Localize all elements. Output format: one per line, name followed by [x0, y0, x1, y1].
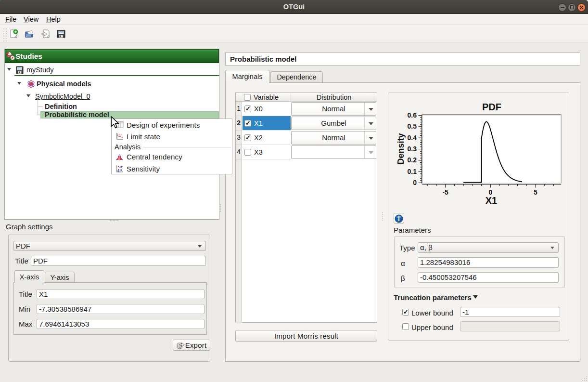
svg-text:0.4: 0.4 [408, 134, 417, 142]
svg-text:0.6: 0.6 [408, 111, 417, 119]
svg-text:0.1: 0.1 [408, 168, 417, 175]
svg-text:PDF: PDF [482, 102, 501, 112]
svg-text:0.2: 0.2 [408, 156, 417, 164]
svg-text:0.5: 0.5 [408, 122, 417, 130]
svg-text:0.3: 0.3 [408, 145, 417, 153]
svg-text:X1: X1 [486, 195, 497, 206]
svg-text:0: 0 [413, 179, 417, 186]
svg-text:5: 5 [534, 188, 537, 196]
svg-text:-5: -5 [442, 188, 448, 196]
svg-text:G=0: G=0 [118, 133, 122, 136]
svg-text:Density: Density [396, 133, 406, 164]
